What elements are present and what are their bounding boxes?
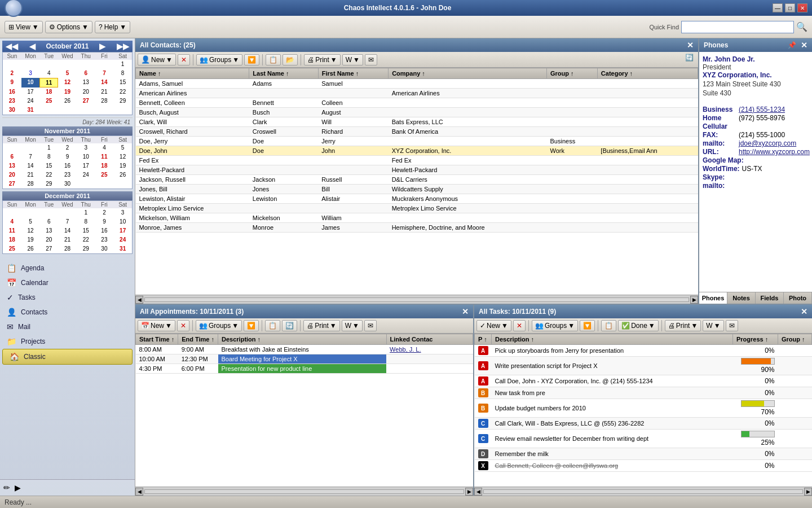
phones-panel-close-button[interactable]: ✕ bbox=[801, 41, 807, 50]
sidebar-item-calendar[interactable]: 📅 Calendar bbox=[0, 275, 135, 290]
dec-day-18[interactable]: 18 bbox=[3, 235, 21, 244]
dec-day-8[interactable]: 8 bbox=[77, 217, 95, 226]
contact-row[interactable]: Clark, Will Clark Will Bats Express, LLC bbox=[136, 117, 698, 127]
contact-row[interactable]: Busch, August Busch August bbox=[136, 108, 698, 117]
dec-day-27[interactable]: 27 bbox=[39, 244, 58, 253]
nov-day-27[interactable]: 27 bbox=[3, 179, 21, 189]
nov-day-13[interactable]: 13 bbox=[3, 161, 21, 170]
cal-next-year-button[interactable]: ▶▶ bbox=[116, 42, 130, 51]
dec-day-10[interactable]: 10 bbox=[113, 217, 132, 226]
task-new-button[interactable]: ✓ New ▼ bbox=[476, 320, 511, 331]
dec-day-15[interactable]: 15 bbox=[77, 226, 95, 235]
nov-day-3[interactable]: 3 bbox=[77, 143, 95, 152]
appt-email-button[interactable]: ✉ bbox=[364, 320, 377, 331]
search-icon[interactable]: 🔍 bbox=[796, 21, 807, 32]
cal-day-18[interactable]: 18 bbox=[39, 87, 58, 97]
dec-day-9[interactable]: 9 bbox=[95, 217, 114, 226]
nov-day-9[interactable]: 9 bbox=[58, 152, 77, 161]
appointment-row[interactable]: 8:00 AM 9:00 AM Breakfast with Jake at E… bbox=[136, 345, 473, 354]
nov-day-8[interactable]: 8 bbox=[39, 152, 58, 161]
sidebar-edit-button[interactable]: ✏ bbox=[2, 482, 11, 493]
phones-email-value[interactable]: jdoe@xyzcorp.com bbox=[739, 139, 796, 147]
view-menu-button[interactable]: ⊞ View ▼ bbox=[5, 21, 43, 33]
nov-day-17[interactable]: 17 bbox=[77, 161, 95, 170]
dec-day-25[interactable]: 25 bbox=[3, 244, 21, 253]
nov-day-19[interactable]: 19 bbox=[113, 161, 132, 170]
cal-day-23[interactable]: 23 bbox=[3, 97, 21, 106]
dec-day-24[interactable]: 24 bbox=[113, 235, 132, 244]
nov-day-21[interactable]: 21 bbox=[21, 170, 40, 179]
col-first-name[interactable]: First Name ↑ bbox=[318, 68, 388, 79]
appt-filter-button[interactable]: 🔽 bbox=[244, 320, 259, 331]
dec-day-6[interactable]: 6 bbox=[39, 217, 58, 226]
dec-day-13[interactable]: 13 bbox=[39, 226, 58, 235]
col-linked-contact[interactable]: Linked Contac bbox=[386, 334, 473, 345]
dec-day-30[interactable]: 30 bbox=[95, 244, 114, 253]
dec-day-21[interactable]: 21 bbox=[58, 235, 77, 244]
cal-prev-year-button[interactable]: ◀◀ bbox=[5, 42, 19, 51]
appointment-row[interactable]: 4:30 PM 6:00 PM Presentation for new pro… bbox=[136, 364, 473, 374]
task-filter-button[interactable]: 🔽 bbox=[580, 320, 595, 331]
cal-day-12[interactable]: 12 bbox=[58, 78, 77, 87]
cal-day-20[interactable]: 20 bbox=[77, 87, 95, 97]
close-button[interactable]: ✕ bbox=[797, 3, 807, 12]
cal-day-24[interactable]: 24 bbox=[21, 97, 40, 106]
col-start-time[interactable]: Start Time ↑ bbox=[136, 334, 178, 345]
maximize-button[interactable]: □ bbox=[785, 3, 795, 12]
nov-day-2[interactable]: 2 bbox=[58, 143, 77, 152]
nov-day-14[interactable]: 14 bbox=[21, 161, 40, 170]
cal-day-19[interactable]: 19 bbox=[58, 87, 77, 97]
contact-row[interactable]: Jones, Bill Jones Bill Wildcatters Suppl… bbox=[136, 185, 698, 194]
contact-row[interactable]: Metroplex Limo Service Metroplex Limo Se… bbox=[136, 204, 698, 213]
dec-day-17[interactable]: 17 bbox=[113, 226, 132, 235]
nov-day-20[interactable]: 20 bbox=[3, 170, 21, 179]
phones-url-value[interactable]: http://www.xyzcorp.com bbox=[739, 148, 810, 156]
contact-row[interactable]: Doe, John Doe John XYZ Corporation, Inc.… bbox=[136, 146, 698, 156]
col-last-name[interactable]: Last Name ↑ bbox=[249, 68, 318, 79]
phones-pin-icon[interactable]: 📌 bbox=[788, 41, 796, 49]
contacts-copy-button[interactable]: 📋 bbox=[266, 54, 281, 65]
appt-new-button[interactable]: 📅 New ▼ bbox=[138, 320, 175, 331]
contact-row[interactable]: Fed Ex Fed Ex bbox=[136, 156, 698, 165]
task-row[interactable]: D Remember the milk 0% bbox=[475, 448, 812, 460]
task-delete-button[interactable]: ✕ bbox=[513, 320, 526, 331]
sidebar-item-contacts[interactable]: 👤 Contacts bbox=[0, 305, 135, 319]
contacts-word-button[interactable]: W ▼ bbox=[342, 54, 363, 65]
appt-print-button[interactable]: 🖨 Print ▼ bbox=[303, 320, 340, 331]
appt-sync-button[interactable]: 🔄 bbox=[282, 320, 297, 331]
nov-day-18[interactable]: 18 bbox=[95, 161, 114, 170]
hscroll-left-button[interactable]: ◀ bbox=[135, 296, 143, 304]
contacts-delete-button[interactable]: ✕ bbox=[178, 54, 190, 65]
nov-day-10[interactable]: 10 bbox=[77, 152, 95, 161]
contact-row[interactable]: Jackson, Russell Jackson Russell D&L Car… bbox=[136, 175, 698, 185]
phones-tab-notes[interactable]: Notes bbox=[727, 292, 756, 304]
nov-day-7[interactable]: 7 bbox=[21, 152, 40, 161]
contact-row[interactable]: Mickelson, William Mickelson William bbox=[136, 213, 698, 223]
contact-row[interactable]: American Airlines American Airlines bbox=[136, 89, 698, 98]
dec-day-14[interactable]: 14 bbox=[58, 226, 77, 235]
cal-day-13[interactable]: 13 bbox=[77, 78, 95, 87]
cal-day-27[interactable]: 27 bbox=[77, 97, 95, 106]
col-progress[interactable]: Progress ↑ bbox=[733, 334, 778, 345]
cal-day-10[interactable]: 10 bbox=[21, 78, 40, 87]
appointments-panel-close-button[interactable]: ✕ bbox=[462, 307, 469, 316]
nov-day-29[interactable]: 29 bbox=[39, 179, 58, 189]
phones-tab-fields[interactable]: Fields bbox=[756, 292, 784, 304]
task-word-button[interactable]: W ▼ bbox=[703, 320, 723, 331]
contact-row[interactable]: Adams, Samuel Adams Samuel bbox=[136, 79, 698, 89]
col-description[interactable]: Description ↑ bbox=[218, 334, 387, 345]
task-groups-button[interactable]: 👥 Groups ▼ bbox=[532, 320, 578, 331]
col-name[interactable]: Name ↑ bbox=[136, 68, 249, 79]
dec-day-4[interactable]: 4 bbox=[3, 217, 21, 226]
sidebar-item-tasks[interactable]: ✓ Tasks bbox=[0, 290, 135, 305]
appt-delete-button[interactable]: ✕ bbox=[177, 320, 189, 331]
task-hscroll-right[interactable]: ▶ bbox=[804, 488, 812, 496]
col-task-desc[interactable]: Description ↑ bbox=[492, 334, 733, 345]
task-row[interactable]: X Call Bennett, Colleen @ colleen@iflysw… bbox=[475, 460, 812, 472]
sidebar-expand-button[interactable]: ▶ bbox=[14, 482, 22, 493]
nov-day-22[interactable]: 22 bbox=[39, 170, 58, 179]
cal-day-4[interactable]: 4 bbox=[39, 69, 58, 78]
nov-day-16[interactable]: 16 bbox=[58, 161, 77, 170]
sidebar-item-projects[interactable]: 📁 Projects bbox=[0, 334, 135, 349]
cal-next-month-button[interactable]: ▶ bbox=[98, 42, 107, 51]
